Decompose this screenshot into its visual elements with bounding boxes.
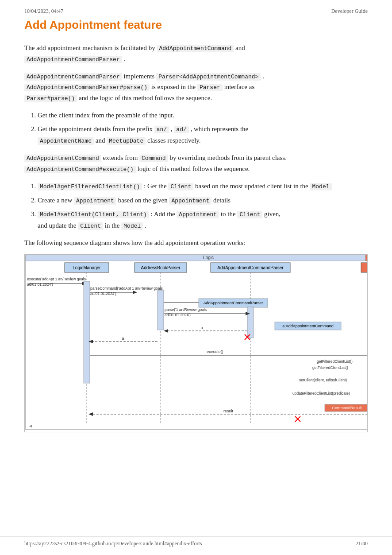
p2-code2: Parser<AddAppointmentCommand>: [156, 73, 261, 81]
footer-page: 21/40: [356, 540, 368, 547]
svg-text:CommandResult: CommandResult: [332, 406, 362, 410]
svg-text:getFilteredClientList(): getFilteredClientList(): [312, 365, 348, 370]
svg-text:◄: ◄: [28, 423, 33, 428]
list-item: Create a new Appointment based on the gi…: [38, 195, 368, 206]
list-2: Model#getFilteredClientList() : Get the …: [38, 181, 368, 231]
svg-text:Logic: Logic: [203, 255, 214, 260]
code-model: Model: [310, 183, 332, 190]
list-item: Get the client index from the preamble o…: [38, 110, 368, 121]
p2-code3: AddAppointmentCommandParser#parse(): [24, 84, 150, 91]
page-content: Add Appointment feature The add appointm…: [0, 18, 392, 459]
sequence-diagram: Logic Model LogicManager AddressBookPars…: [24, 254, 368, 432]
p1-text-mid: and: [235, 44, 245, 51]
code-model2: Model: [121, 222, 143, 230]
svg-text:setClient(client, editedClient: setClient(client, editedClient): [299, 378, 347, 382]
svg-text:ad/01.01.2024'): ad/01.01.2024'): [90, 291, 116, 296]
p1-code1: AddAppointmentCommand: [157, 45, 234, 52]
p2-post2: and the logic of this method follows the…: [77, 94, 212, 101]
page-footer: https://ay2223s2-cs2103t-t09-4.github.io…: [0, 536, 392, 547]
svg-marker-38: [164, 329, 168, 333]
svg-text:parseCommand('addApt 1 an/Revi: parseCommand('addApt 1 an/Review goals: [90, 286, 163, 291]
svg-rect-25: [158, 290, 164, 330]
code-setclient: Model#setClient(Client, Client): [38, 211, 149, 218]
paragraph-2: AddAppointmentCommandParser implements P…: [24, 71, 368, 104]
code-getfiltered: Model#getFilteredClientList(): [38, 183, 142, 190]
p3-code1: AddAppointmentCommand: [24, 155, 101, 162]
code-appt3: Appointment: [177, 211, 219, 218]
header-date: 10/04/2023, 04:47: [24, 8, 63, 15]
paragraph-4: The following sequence diagram shows how…: [24, 237, 368, 248]
code-client3: Client: [78, 222, 103, 230]
svg-text:a:AddAppointmentCommand: a:AddAppointmentCommand: [282, 324, 334, 328]
list-1: Get the client index from the preamble o…: [38, 110, 368, 147]
code-appt2: Appointment: [169, 197, 211, 205]
p3-code3: AddAppointmentCommand#execute(): [24, 166, 136, 173]
svg-text:AddAppointmentCommandParser: AddAppointmentCommandParser: [217, 265, 284, 270]
code-an: an/: [154, 126, 169, 133]
p1-text-post: .: [122, 55, 126, 62]
svg-rect-2: [365, 255, 368, 261]
p1-text-pre: The add appointment mechanism is facilit…: [24, 44, 157, 51]
svg-text:AddressBookParser: AddressBookParser: [141, 265, 181, 270]
svg-marker-22: [133, 291, 137, 294]
p3-mid2: by overriding methods from its parent cl…: [168, 154, 287, 161]
svg-rect-0: [26, 255, 368, 261]
page-header: 10/04/2023, 04:47 Developer Guide: [0, 0, 392, 18]
code-client: Client: [168, 183, 193, 190]
code-apptname: AppointmentName: [38, 137, 94, 145]
code-client2: Client: [237, 211, 262, 218]
list-item: Model#getFilteredClientList() : Get the …: [38, 181, 368, 192]
p2-code1: AddAppointmentCommandParser: [24, 73, 122, 81]
svg-marker-61: [88, 412, 93, 416]
paragraph-3: AddAppointmentCommand extends from Comma…: [24, 152, 368, 175]
code-meetupdate: MeetupDate: [107, 137, 146, 145]
p3-post: logic of this method follows the sequenc…: [136, 165, 250, 172]
svg-text:parse('1 an/Review goals: parse('1 an/Review goals: [165, 307, 207, 312]
p2-code4: Parser: [197, 84, 223, 91]
code-ad: ad/: [174, 126, 188, 133]
p3-mid1: extends from: [101, 154, 139, 161]
svg-text:getFilteredClientList(): getFilteredClientList(): [317, 359, 353, 364]
p3-code2: Command: [139, 155, 168, 162]
svg-rect-20: [84, 281, 90, 383]
svg-rect-10: [361, 263, 368, 272]
svg-text:execute('addApt 1 an/Review go: execute('addApt 1 an/Review goals: [27, 277, 86, 281]
p2-mid3: interface as: [223, 83, 254, 90]
svg-text:a: a: [200, 326, 203, 330]
svg-text:ad/01.01.2024'): ad/01.01.2024'): [27, 282, 53, 287]
p2-code5: Parser#parse(): [24, 95, 77, 102]
page-title: Add Appointment feature: [24, 18, 368, 32]
list-item: Model#setClient(Client, Client) : Add th…: [38, 209, 368, 231]
p2-mid1: implements: [122, 73, 157, 80]
svg-rect-30: [247, 307, 254, 338]
p2-post1: .: [261, 73, 264, 80]
code-appt: Appointment: [74, 197, 116, 205]
p1-code2: AddAppointmentCommandParser: [24, 56, 122, 63]
footer-url: https://ay2223s2-cs2103t-t09-4.github.io…: [24, 540, 202, 547]
svg-text:result: result: [223, 409, 234, 413]
svg-text:AddAppointmentCommandParser: AddAppointmentCommandParser: [204, 301, 263, 305]
svg-text:LogicManager: LogicManager: [73, 265, 101, 270]
svg-text:execute(): execute(): [207, 349, 223, 354]
list-item: Get the appointment details from the pre…: [38, 124, 368, 146]
p2-mid2: is exposed in the: [150, 83, 197, 90]
paragraph-1: The add appointment mechanism is facilit…: [24, 43, 368, 65]
header-title: Developer Guide: [331, 8, 368, 15]
svg-text:updateFilteredClientList(predi: updateFilteredClientList(predicate): [292, 391, 350, 396]
svg-text:a: a: [122, 336, 124, 341]
